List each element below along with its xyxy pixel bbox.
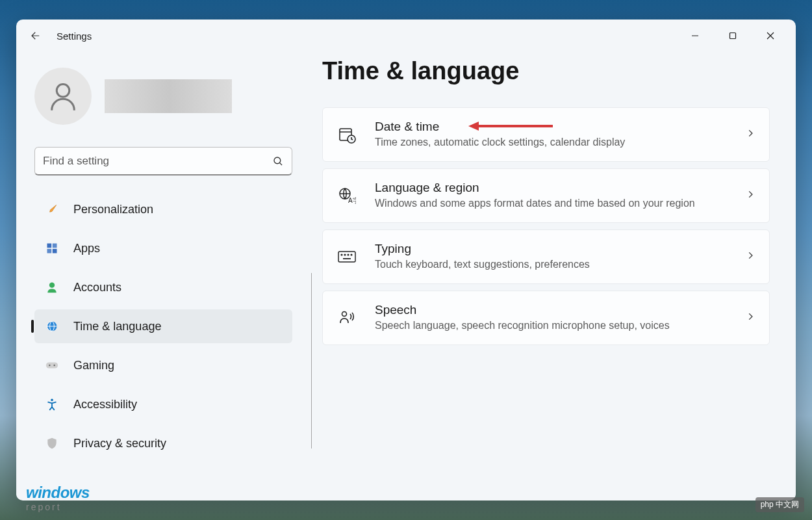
svg-rect-1: [730, 33, 736, 39]
card-date-time[interactable]: Date & time Time zones, automatic clock …: [322, 107, 770, 162]
card-description: Time zones, automatic clock settings, ca…: [375, 135, 728, 150]
window-controls: [676, 23, 789, 49]
svg-rect-12: [46, 362, 58, 368]
username-redacted: [105, 79, 232, 113]
card-title: Speech: [375, 303, 728, 317]
sidebar-item-accounts[interactable]: Accounts: [34, 270, 292, 304]
user-profile-row[interactable]: [34, 68, 312, 125]
sidebar-item-privacy-security[interactable]: Privacy & security: [34, 426, 292, 460]
sidebar-item-time-language[interactable]: Time & language: [34, 309, 292, 343]
svg-rect-21: [338, 252, 355, 262]
chevron-right-icon: [746, 251, 755, 263]
search-icon: [272, 155, 284, 167]
sidebar-item-gaming[interactable]: Gaming: [34, 348, 292, 382]
shield-icon: [45, 436, 59, 450]
sidebar-item-label: Accounts: [73, 281, 121, 294]
maximize-button[interactable]: [714, 23, 752, 49]
nav-scrollbar-track: [311, 273, 312, 448]
title-bar: Settings: [16, 20, 796, 52]
person-icon: [46, 79, 80, 113]
svg-point-3: [274, 157, 281, 164]
back-button[interactable]: [23, 23, 49, 49]
sidebar-item-apps[interactable]: Apps: [34, 231, 292, 265]
back-arrow-icon: [30, 30, 42, 42]
svg-point-13: [49, 365, 50, 366]
svg-point-15: [51, 399, 53, 402]
card-title: Date & time: [375, 120, 728, 134]
maximize-icon: [729, 32, 737, 40]
svg-point-9: [49, 283, 55, 288]
sidebar-item-label: Gaming: [73, 359, 114, 372]
minimize-button[interactable]: [676, 23, 714, 49]
sidebar: Personalization Apps Accounts: [16, 52, 312, 500]
svg-point-25: [351, 254, 352, 255]
search-input[interactable]: [43, 155, 272, 168]
paintbrush-icon: [45, 202, 59, 216]
card-description: Windows and some apps format dates and t…: [375, 196, 728, 211]
calendar-clock-icon: [337, 125, 357, 144]
sidebar-item-label: Privacy & security: [73, 437, 166, 450]
windows-report-watermark: windows report: [26, 484, 90, 512]
svg-rect-7: [47, 249, 52, 254]
avatar: [34, 68, 92, 125]
svg-point-2: [57, 84, 70, 98]
chevron-right-icon: [746, 129, 755, 140]
accessibility-icon: [45, 397, 59, 411]
settings-window: Settings: [16, 20, 796, 500]
apps-icon: [45, 241, 59, 255]
svg-text:A字: A字: [348, 197, 356, 204]
svg-rect-8: [53, 249, 57, 254]
svg-point-27: [342, 312, 347, 317]
close-icon: [767, 32, 774, 40]
svg-rect-6: [53, 244, 57, 248]
content-area: Personalization Apps Accounts: [16, 52, 796, 500]
card-title: Language & region: [375, 181, 728, 195]
nav-list: Personalization Apps Accounts: [34, 192, 312, 465]
app-title: Settings: [57, 31, 92, 42]
svg-point-24: [348, 254, 349, 255]
svg-point-23: [344, 254, 346, 255]
sidebar-item-label: Accessibility: [73, 398, 137, 411]
php-watermark: php 中文网: [755, 497, 804, 512]
svg-rect-5: [47, 244, 52, 248]
card-description: Speech language, speech recognition micr…: [375, 318, 728, 333]
search-box[interactable]: [34, 147, 292, 176]
svg-point-14: [53, 365, 55, 366]
minimize-icon: [691, 32, 699, 40]
chevron-right-icon: [746, 190, 755, 202]
card-speech[interactable]: Speech Speech language, speech recogniti…: [322, 291, 770, 345]
language-globe-icon: A字: [337, 187, 357, 205]
account-icon: [45, 280, 59, 294]
keyboard-icon: [337, 250, 357, 264]
sidebar-item-personalization[interactable]: Personalization: [34, 192, 292, 226]
globe-clock-icon: [45, 319, 59, 333]
close-button[interactable]: [752, 23, 789, 49]
main-content: Time & language Date & time Time zones, …: [312, 52, 796, 500]
svg-line-4: [280, 162, 282, 164]
card-typing[interactable]: Typing Touch keyboard, text suggestions,…: [322, 229, 770, 284]
sidebar-item-accessibility[interactable]: Accessibility: [34, 387, 292, 421]
svg-point-22: [341, 254, 342, 255]
sidebar-item-label: Time & language: [73, 320, 161, 333]
card-title: Typing: [375, 242, 728, 256]
sidebar-item-label: Apps: [73, 242, 100, 255]
speech-icon: [337, 309, 357, 327]
chevron-right-icon: [746, 312, 755, 324]
card-language-region[interactable]: A字 Language & region Windows and some ap…: [322, 168, 770, 223]
card-description: Touch keyboard, text suggestions, prefer…: [375, 257, 728, 272]
sidebar-item-label: Personalization: [73, 203, 153, 216]
page-title: Time & language: [322, 57, 770, 85]
gamepad-icon: [45, 358, 59, 372]
